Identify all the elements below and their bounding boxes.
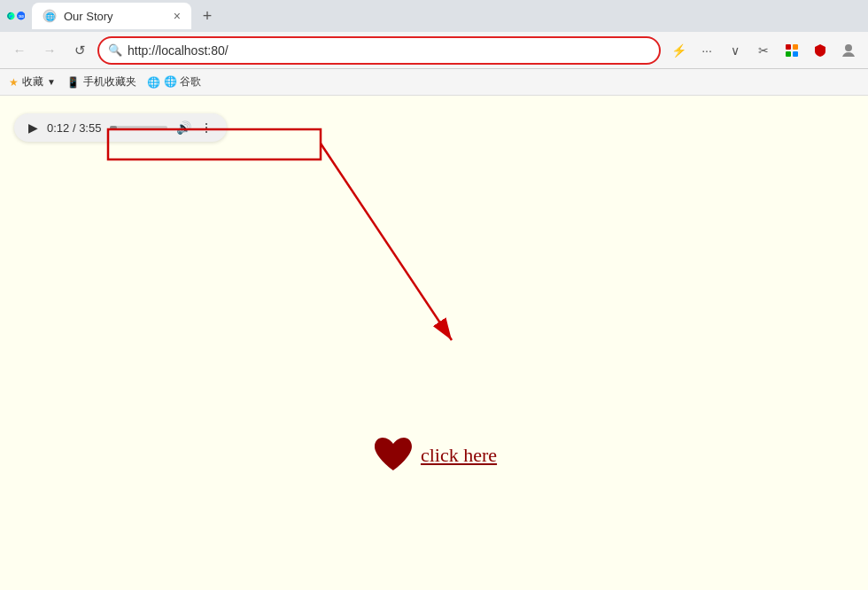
new-tab-button[interactable]: +: [195, 4, 220, 28]
click-here-container[interactable]: click here: [371, 435, 497, 475]
google-item[interactable]: 🌐 🌐 谷歌: [147, 74, 201, 89]
address-input[interactable]: [128, 43, 650, 58]
google-label: 🌐 谷歌: [164, 74, 201, 89]
address-bar[interactable]: 🔍: [97, 36, 661, 65]
browser-window: 360 🌐 Our Story × + ← → ↺ 🔍 ⚡ ··· ∨ ✂: [0, 0, 868, 590]
bookmarks-item[interactable]: ★ 收藏 ▼: [9, 74, 56, 89]
extensions-icon[interactable]: [779, 38, 804, 63]
search-icon: 🔍: [108, 43, 122, 57]
svg-rect-5: [786, 44, 791, 50]
browser-icons: 360: [7, 8, 25, 24]
audio-progress-fill: [110, 126, 117, 129]
bookmarks-bar: ★ 收藏 ▼ 📱 手机收藏夹 🌐 🌐 谷歌: [0, 69, 868, 96]
user-icon[interactable]: [836, 38, 861, 63]
heart-icon: [371, 435, 415, 475]
volume-button[interactable]: 🔊: [176, 120, 191, 135]
annotation-arrow: [0, 128, 868, 464]
more-options-button[interactable]: ···: [694, 38, 719, 63]
back-button[interactable]: ←: [7, 38, 32, 63]
svg-rect-6: [793, 44, 798, 50]
mobile-bookmarks-item[interactable]: 📱 手机收藏夹: [66, 74, 136, 89]
edge-icon: [7, 8, 15, 24]
star-icon: ★: [9, 76, 19, 89]
svg-rect-7: [786, 51, 791, 57]
audio-time: 0:12 / 3:55: [47, 121, 101, 135]
bookmarks-label: 收藏: [22, 74, 43, 89]
click-here-link[interactable]: click here: [421, 444, 497, 467]
mobile-bookmarks-label: 手机收藏夹: [83, 74, 136, 89]
lightning-icon[interactable]: ⚡: [666, 38, 691, 63]
svg-text:🌐: 🌐: [45, 12, 56, 22]
svg-line-12: [321, 144, 452, 340]
tab-close-button[interactable]: ×: [174, 10, 181, 22]
svg-rect-8: [793, 51, 798, 57]
audio-player: ▶ 0:12 / 3:55 🔊 ⋮: [14, 113, 227, 142]
360-icon: 360: [17, 12, 25, 19]
forward-button[interactable]: →: [37, 38, 62, 63]
bookmarks-dropdown-icon: ▼: [47, 77, 56, 87]
play-button[interactable]: ▶: [28, 120, 38, 135]
shield-icon[interactable]: [808, 38, 833, 63]
active-tab[interactable]: 🌐 Our Story ×: [32, 3, 191, 29]
svg-text:360: 360: [18, 15, 23, 19]
tab-title: Our Story: [64, 10, 167, 23]
tab-bar: 360 🌐 Our Story × +: [0, 0, 868, 32]
svg-point-9: [845, 44, 852, 51]
audio-progress-bar[interactable]: [110, 126, 167, 129]
toolbar-right: ⚡ ··· ∨ ✂: [666, 38, 861, 63]
tab-favicon: 🌐: [43, 9, 57, 23]
audio-more-button[interactable]: ⋮: [200, 120, 213, 135]
page-content: ▶ 0:12 / 3:55 🔊 ⋮ click here: [0, 96, 868, 590]
mobile-icon: 📱: [66, 76, 80, 89]
toolbar: ← → ↺ 🔍 ⚡ ··· ∨ ✂: [0, 32, 868, 69]
globe-icon: 🌐: [147, 76, 160, 89]
refresh-button[interactable]: ↺: [67, 38, 92, 63]
cut-icon[interactable]: ✂: [751, 38, 776, 63]
chevron-icon[interactable]: ∨: [723, 38, 748, 63]
